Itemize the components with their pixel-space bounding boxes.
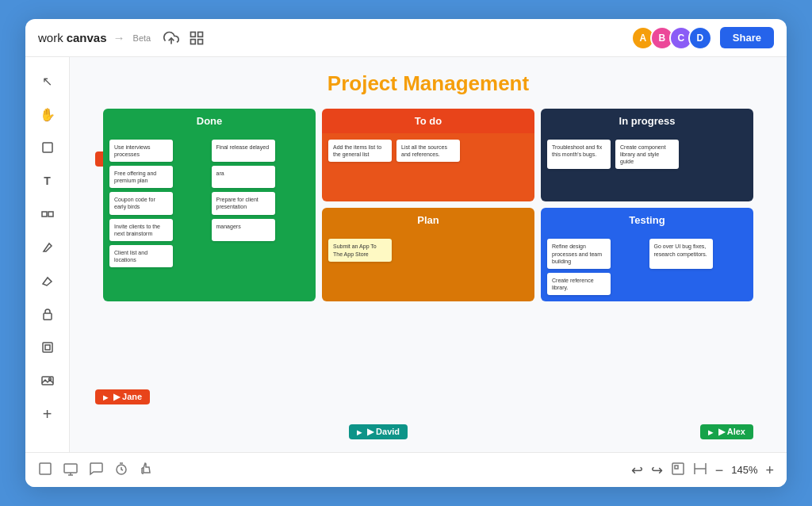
logo-canvas: canvas bbox=[67, 31, 107, 44]
col-done-header: Done bbox=[103, 109, 316, 133]
logo-beta: Beta bbox=[133, 33, 151, 43]
main-area: ↖ ✋ T + bbox=[25, 57, 787, 452]
bottom-bar: ↩ ↪ − 145% + bbox=[25, 452, 787, 487]
left-toolbar: ↖ ✋ T + bbox=[25, 57, 70, 452]
bottom-icon-timer[interactable] bbox=[114, 462, 128, 479]
sticky-todo-1[interactable]: Add the items list to the general list bbox=[328, 140, 392, 162]
svg-rect-4 bbox=[191, 39, 196, 44]
user-label-david: ▶ David bbox=[349, 424, 408, 439]
svg-rect-5 bbox=[43, 143, 52, 152]
sticky-testing-2[interactable]: Go over UI bug fixes, research competito… bbox=[649, 239, 713, 268]
sticky-done-1[interactable]: Use interviews processes bbox=[109, 140, 173, 162]
svg-rect-8 bbox=[44, 313, 52, 320]
user-label-jane: ▶ Jane bbox=[95, 389, 150, 404]
header-icons bbox=[163, 30, 205, 46]
sticky-done-7[interactable]: Client list and locations bbox=[109, 245, 173, 267]
col-plan-header: Plan bbox=[322, 208, 534, 232]
canvas-content: Project Management ▶ Michael ▶ Jane ▶ Da… bbox=[70, 57, 787, 452]
share-button[interactable]: Share bbox=[720, 27, 774, 48]
sticky-todo-2[interactable]: List all the sources and references. bbox=[396, 140, 460, 162]
frame-tool[interactable] bbox=[33, 333, 62, 362]
col-plan: Plan Submit an App To The App Store bbox=[322, 208, 534, 301]
zoom-out-button[interactable]: − bbox=[715, 463, 724, 477]
avatars-group: A B C D bbox=[631, 26, 712, 50]
col-todo: To do Add the items list to the general … bbox=[322, 109, 534, 201]
sticky-testing-1[interactable]: Refine design processes and team buildin… bbox=[547, 239, 611, 268]
col-inprogress-body: Troubleshoot and fix this month's bugs. … bbox=[541, 133, 753, 201]
svg-rect-1 bbox=[191, 32, 196, 36]
zoom-in-button[interactable]: + bbox=[765, 463, 774, 477]
svg-rect-3 bbox=[198, 39, 203, 44]
undo-button[interactable]: ↩ bbox=[631, 463, 643, 477]
rectangle-tool[interactable] bbox=[33, 133, 62, 162]
avatar-4: D bbox=[688, 26, 712, 50]
board-title: Project Management bbox=[327, 71, 529, 96]
col-inprogress-header: In progress bbox=[541, 109, 753, 133]
minimap-icon[interactable] bbox=[671, 462, 685, 479]
svg-rect-14 bbox=[64, 464, 77, 473]
header-right: A B C D Share bbox=[631, 26, 774, 50]
bottom-icon-present[interactable] bbox=[63, 462, 78, 479]
lock-tool[interactable] bbox=[33, 300, 62, 328]
user-label-alex: ▶ Alex bbox=[700, 424, 753, 439]
col-testing: Testing Refine design processes and team… bbox=[541, 208, 753, 301]
add-tool[interactable]: + bbox=[33, 400, 62, 428]
bottom-icon-comment[interactable] bbox=[89, 462, 103, 479]
bottom-icon-like[interactable] bbox=[140, 462, 154, 479]
text-tool[interactable]: T bbox=[33, 167, 62, 195]
cursor-tool[interactable]: ↖ bbox=[33, 67, 62, 95]
bottom-right-controls: ↩ ↪ − 145% + bbox=[631, 462, 774, 479]
col-todo-body: Add the items list to the general list L… bbox=[322, 133, 534, 201]
bottom-left-icons bbox=[38, 462, 154, 479]
pen-tool[interactable] bbox=[33, 233, 62, 262]
svg-rect-9 bbox=[43, 343, 52, 352]
svg-rect-2 bbox=[198, 32, 203, 36]
col-inprogress: In progress Troubleshoot and fix this mo… bbox=[541, 109, 753, 201]
svg-rect-7 bbox=[48, 212, 53, 217]
sticky-done-ara[interactable]: ara bbox=[212, 166, 275, 188]
logo-work: work bbox=[38, 31, 63, 44]
svg-rect-6 bbox=[42, 212, 47, 217]
svg-rect-10 bbox=[45, 345, 50, 350]
sticky-done-5[interactable]: Prepare for client presentation bbox=[212, 192, 275, 214]
image-tool[interactable] bbox=[33, 366, 62, 395]
redo-button[interactable]: ↪ bbox=[651, 463, 663, 477]
col-testing-body: Refine design processes and team buildin… bbox=[541, 232, 753, 301]
col-done: Done Use interviews processes Final rele… bbox=[103, 109, 316, 301]
shapes-tool[interactable] bbox=[33, 200, 62, 228]
sticky-testing-3[interactable]: Create reference library. bbox=[547, 273, 611, 295]
svg-rect-23 bbox=[675, 466, 678, 469]
logo-arrow: → bbox=[113, 31, 125, 44]
header: workcanvas → Beta A B C D Share bbox=[25, 19, 787, 57]
app-frame: workcanvas → Beta A B C D Share ↖ ✋ bbox=[25, 19, 787, 487]
sticky-done-2[interactable]: Final release delayed bbox=[212, 140, 275, 162]
bottom-icon-frames[interactable] bbox=[38, 462, 52, 479]
sticky-done-4[interactable]: Coupon code for early birds bbox=[109, 192, 173, 214]
sticky-done-6[interactable]: Invite clients to the next brainstorm bbox=[109, 219, 173, 241]
col-plan-body: Submit an App To The App Store bbox=[322, 232, 534, 301]
sticky-done-3[interactable]: Free offering and premium plan bbox=[109, 166, 173, 188]
upload-icon[interactable] bbox=[163, 30, 179, 46]
sticky-inprogress-1[interactable]: Troubleshoot and fix this month's bugs. bbox=[547, 140, 611, 169]
sticky-plan-1[interactable]: Submit an App To The App Store bbox=[328, 239, 392, 261]
grid-icon[interactable] bbox=[189, 30, 205, 46]
svg-rect-13 bbox=[40, 463, 51, 474]
hand-tool[interactable]: ✋ bbox=[33, 100, 62, 128]
zoom-level: 145% bbox=[731, 464, 757, 476]
logo: workcanvas → Beta bbox=[38, 31, 151, 44]
col-testing-header: Testing bbox=[541, 208, 753, 232]
fit-icon[interactable] bbox=[693, 462, 707, 479]
col-todo-header: To do bbox=[322, 109, 534, 133]
board-grid: To do Add the items list to the general … bbox=[103, 109, 753, 301]
sticky-inprogress-2[interactable]: Create component library and style guide bbox=[615, 140, 679, 169]
eraser-tool[interactable] bbox=[33, 266, 62, 295]
col-done-body: Use interviews processes Final release d… bbox=[103, 133, 316, 301]
sticky-done-managers[interactable]: managers bbox=[212, 219, 275, 241]
